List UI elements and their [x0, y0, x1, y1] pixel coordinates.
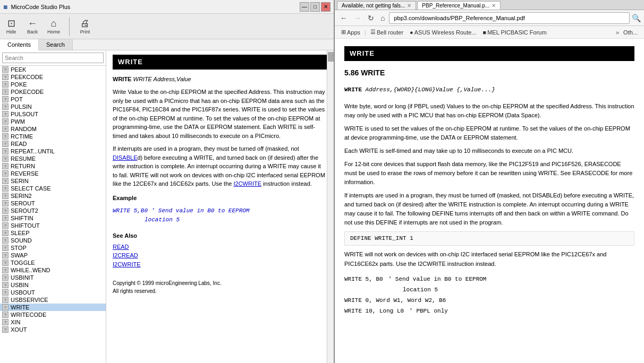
sidebar-item-usbinit[interactable]: ?USBINIT: [0, 274, 106, 281]
sidebar-item-while..wend[interactable]: ?WHILE..WEND: [0, 266, 106, 274]
sidebar-item-serin[interactable]: ?SERIN: [0, 177, 106, 185]
browser-forward-button[interactable]: →: [352, 13, 363, 23]
tab-search[interactable]: Search: [39, 39, 73, 50]
asus-label: ASUS Wireless Route...: [414, 29, 477, 36]
sidebar-item-sleep[interactable]: ?SLEEP: [0, 229, 106, 237]
disable-link[interactable]: DISABLE: [113, 154, 137, 161]
i2cwrite-link[interactable]: I2CWRITE: [233, 180, 261, 187]
sidebar-item-label: SERIN: [11, 178, 29, 184]
pdf-syntax: WRITE Address,{WORD}{LONG}Value {,Value.…: [344, 83, 634, 97]
sidebar-item-pulsin[interactable]: ?PULSIN: [0, 103, 106, 110]
sidebar-item-usbservice[interactable]: ?USBSERVICE: [0, 296, 106, 304]
sidebar-item-label: RESUME: [11, 155, 36, 162]
browser-tab-2-close[interactable]: ✕: [492, 3, 496, 8]
sidebar-item-swap[interactable]: ?SWAP: [0, 252, 106, 259]
see-also-i2cread[interactable]: I2CREAD: [113, 252, 138, 258]
content-area: WRITE WRITE WRITE Address,Value Write Va…: [106, 50, 334, 363]
sidebar-item-icon: ?: [2, 103, 9, 110]
sidebar-item-select-case[interactable]: ?SELECT CASE: [0, 185, 106, 192]
apps-bookmark[interactable]: ⊞ Apps: [339, 28, 362, 36]
mel-label: MEL PICBASIC Forum: [487, 29, 546, 36]
example-line2: location 5: [113, 215, 327, 224]
other-label: Oth...: [623, 29, 638, 36]
content-scrollbar[interactable]: [327, 50, 334, 363]
sidebar-item-shiftout[interactable]: ?SHIFTOUT: [0, 222, 106, 229]
bookmarks-more-button[interactable]: »: [616, 29, 619, 36]
sidebar-item-peek[interactable]: ?PEEK: [0, 66, 106, 73]
sidebar-item-reverse[interactable]: ?REVERSE: [0, 170, 106, 177]
content-para1: Write Value to the on-chip EEPROM at the…: [113, 88, 327, 140]
browser-nav-bar: ← → ↻ ⌂ 🔍: [335, 10, 644, 26]
sidebar-item-rctime[interactable]: ?RCTIME: [0, 133, 106, 140]
print-label: Print: [80, 29, 90, 34]
browser-tab-2[interactable]: PBP_Reference_Manual.p... ✕: [417, 1, 501, 10]
sidebar-item-pulsout[interactable]: ?PULSOUT: [0, 110, 106, 118]
browser-search-icon[interactable]: 🔍: [632, 14, 641, 22]
sidebar-item-label: SEROUT: [11, 200, 35, 206]
sidebar-item-stop[interactable]: ?STOP: [0, 244, 106, 252]
sidebar-list: ?PEEK?PEEKCODE?POKE?POKECODE?POT?PULSIN?…: [0, 66, 106, 363]
sidebar-item-peekcode[interactable]: ?PEEKCODE: [0, 73, 106, 81]
sidebar-item-label: RCTIME: [11, 133, 33, 140]
sidebar-item-icon: ?: [2, 163, 9, 169]
sidebar-item-serout[interactable]: ?SEROUT: [0, 200, 106, 207]
see-also-links: READ I2CREAD I2CWRITE: [113, 243, 327, 269]
sidebar-item-icon: ?: [2, 193, 9, 199]
asus-bookmark[interactable]: ● ASUS Wireless Route...: [408, 29, 478, 36]
sidebar-item-pwm[interactable]: ?PWM: [0, 118, 106, 125]
print-button[interactable]: 🖨 Print: [77, 19, 93, 34]
back-button[interactable]: ← Back: [24, 19, 40, 34]
browser-tab-1[interactable]: Available, not getting fals... ✕: [337, 1, 416, 10]
hide-button[interactable]: ⊡ Hide: [3, 19, 19, 34]
browser-tab-bar: Available, not getting fals... ✕ PBP_Ref…: [335, 0, 644, 10]
see-also-i2cwrite[interactable]: I2CWRITE: [113, 261, 141, 267]
sidebar-item-poke[interactable]: ?POKE: [0, 81, 106, 88]
sidebar-item-usbin[interactable]: ?USBIN: [0, 281, 106, 289]
sidebar-item-xin[interactable]: ?XIN: [0, 318, 106, 326]
sidebar-item-resume[interactable]: ?RESUME: [0, 155, 106, 162]
sidebar-item-return[interactable]: ?RETURN: [0, 162, 106, 170]
see-also-read[interactable]: READ: [113, 244, 129, 250]
sidebar-item-repeat...until[interactable]: ?REPEAT...UNTIL: [0, 148, 106, 155]
sidebar-item-sound[interactable]: ?SOUND: [0, 237, 106, 244]
sidebar-item-pokecode[interactable]: ?POKECODE: [0, 88, 106, 96]
sidebar-item-read[interactable]: ?READ: [0, 140, 106, 148]
sidebar-item-write[interactable]: ?WRITE: [0, 304, 106, 311]
url-input[interactable]: [389, 12, 630, 24]
pdf-example3-code: WRITE 10, Long L0: [344, 307, 404, 316]
mel-bookmark[interactable]: ■ MEL PICBASIC Forum: [481, 29, 549, 36]
close-button[interactable]: ✕: [321, 2, 331, 12]
sidebar-item-icon: ?: [2, 148, 9, 154]
sidebar-item-toggle[interactable]: ?TOGGLE: [0, 259, 106, 266]
sidebar-item-serin2[interactable]: ?SERIN2: [0, 192, 106, 200]
sidebar-item-usbout[interactable]: ?USBOUT: [0, 289, 106, 296]
sidebar-item-label: SEROUT2: [11, 208, 38, 214]
other-bookmarks[interactable]: Oth...: [621, 29, 640, 36]
sidebar-item-pot[interactable]: ?POT: [0, 96, 106, 103]
home-button[interactable]: ⌂ Home: [46, 19, 62, 34]
sidebar-item-shiftin[interactable]: ?SHIFTIN: [0, 214, 106, 222]
search-input[interactable]: [2, 53, 104, 63]
minimize-button[interactable]: —: [300, 2, 309, 12]
sidebar-item-icon: ?: [2, 126, 9, 132]
pdf-example2: WRITE 0, Word W1, Word W2, B6: [344, 296, 634, 305]
sidebar-item-icon: ?: [2, 274, 9, 281]
sidebar-item-writecode[interactable]: ?WRITECODE: [0, 311, 106, 318]
sidebar-item-xout[interactable]: ?XOUT: [0, 326, 106, 333]
bell-router-bookmark[interactable]: ☰ Bell router: [368, 28, 405, 36]
sidebar-item-label: PEEKCODE: [11, 74, 43, 80]
maximize-button[interactable]: □: [310, 2, 320, 12]
sidebar-item-label: WRITECODE: [11, 312, 46, 318]
pdf-para6: WRITE will not work on devices with on-c…: [344, 250, 634, 268]
pdf-title: WRITE: [344, 46, 634, 61]
sidebar-item-serout2[interactable]: ?SEROUT2: [0, 207, 106, 214]
sidebar-item-icon: ?: [2, 200, 9, 206]
sidebar-item-random[interactable]: ?RANDOM: [0, 125, 106, 133]
tab-contents[interactable]: Contents: [0, 39, 39, 50]
browser-refresh-button[interactable]: ↻: [366, 13, 376, 23]
example-heading: Example: [113, 194, 327, 203]
browser-back-button[interactable]: ←: [338, 13, 350, 23]
browser-home-button[interactable]: ⌂: [378, 13, 387, 23]
browser-tab-1-close[interactable]: ✕: [407, 3, 411, 8]
sidebar-item-icon: ?: [2, 326, 9, 333]
